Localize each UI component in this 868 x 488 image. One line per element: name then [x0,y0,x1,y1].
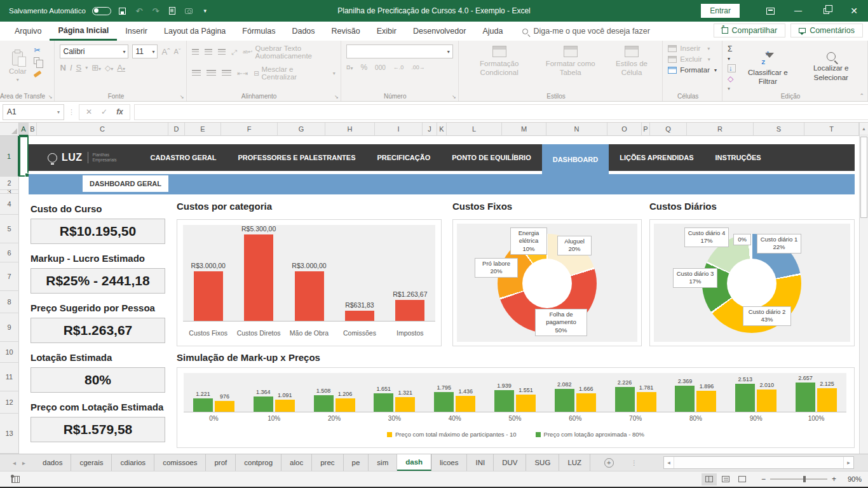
align-center-icon[interactable] [207,70,216,76]
sheet-tab-duv[interactable]: DUV [494,454,526,471]
column-header-H[interactable]: H [325,123,375,136]
column-header-G[interactable]: G [278,123,325,136]
sheet-nav-right-icon[interactable]: ▸ [22,459,25,466]
format-as-table-button[interactable]: Formatar como Tabela [538,44,604,90]
cut-icon[interactable]: ✂ [34,46,48,55]
row-header-8[interactable]: 8 [0,291,19,313]
column-header-I[interactable]: I [375,123,423,136]
kpi-value-pre-o-sugerido-por-pessoa[interactable]: R$1.263,67 [31,318,165,343]
collapse-ribbon-icon[interactable]: ⌃ [859,93,864,99]
sheet-tab-pe[interactable]: pe [344,454,369,471]
row-header-11[interactable]: 11 [0,363,19,391]
save-icon[interactable] [118,6,128,16]
scroll-right-icon[interactable]: ▸ [843,457,853,468]
sheet-tab-comissoes[interactable]: comissoes [154,454,206,471]
grow-font-icon[interactable]: Aˆ [161,47,170,57]
find-select-button[interactable]: Localizar e Selecionar [799,44,862,90]
row-header-12[interactable]: 12 [0,391,19,414]
menu-tab-p-gina-inicial[interactable]: Página Inicial [50,22,117,41]
nav-item-ponto-de-equil-brio[interactable]: PONTO DE EQUILÍBRIO [441,144,541,171]
font-name-combo[interactable]: Calibri▾ [60,44,128,58]
sheet-tab-cgerais[interactable]: cgerais [71,454,112,471]
sheet-tab-prof[interactable]: prof [206,454,236,471]
orientation-icon[interactable]: ⤢ [231,48,237,57]
fill-color-icon[interactable]: ◇▾ [105,64,113,72]
menu-tab-revis-o[interactable]: Revisão [323,22,369,41]
row-header-13[interactable]: 13 [0,414,19,454]
macro-record-icon[interactable] [11,476,20,483]
kpi-value-pre-o-com-lota-o-estimada[interactable]: R$1.579,58 [31,417,165,442]
nav-item-cadastro-geral[interactable]: CADASTRO GERAL [140,144,227,171]
zoom-level[interactable]: 90% [843,475,862,483]
align-bottom-icon[interactable] [218,49,226,55]
sheet-tab-licoes[interactable]: licoes [431,454,467,471]
conditional-formatting-button[interactable]: Formatação Condicional [464,44,535,90]
menu-tab-ajuda[interactable]: Ajuda [474,22,511,41]
kpi-value-lota-o-estimada[interactable]: 80% [31,367,165,393]
vertical-scrollbar[interactable]: ▲ [859,123,868,454]
normal-view-icon[interactable] [702,473,717,485]
menu-tab-inserir[interactable]: Inserir [117,22,156,41]
clear-icon[interactable]: ◇ ▾ [728,74,736,92]
column-header-J[interactable]: J [423,123,437,136]
italic-button[interactable]: I [70,63,72,72]
nav-item-professores-e-palestrantes[interactable]: PROFESSORES E PALESTRANTES [227,144,367,171]
alignment-dialog-launcher[interactable]: ↘ [334,94,339,100]
sheet-tab-prec[interactable]: prec [312,454,343,471]
autosum-icon[interactable]: Σ ▾ [728,44,736,62]
nav-item-precifica-o[interactable]: PRECIFICAÇÃO [367,144,442,171]
row-header-10[interactable]: 10 [0,342,19,363]
wrap-text-button[interactable]: ab↩ Quebrar Texto Automaticamente [243,44,336,60]
camera-icon[interactable] [184,6,194,16]
zoom-slider-thumb[interactable] [803,476,806,482]
sheet-tab-contprog[interactable]: contprog [236,454,281,471]
kpi-value-custo-do-curso[interactable]: R$10.195,50 [31,219,165,244]
share-button[interactable]: Compartilhar [714,24,786,37]
column-header-F[interactable]: F [221,123,278,136]
align-right-icon[interactable] [222,70,231,76]
menu-tab-arquivo[interactable]: Arquivo [6,22,50,41]
sheet-nav-left-icon[interactable]: ◂ [13,459,16,466]
undo-icon[interactable]: ↶ [134,6,144,16]
column-header-D[interactable]: D [168,123,185,136]
number-format-combo[interactable]: ▾ [346,44,453,58]
column-header-E[interactable]: E [185,123,221,136]
number-dialog-launcher[interactable]: ↘ [452,94,456,100]
sheet-tab-dados[interactable]: dados [34,454,71,471]
row-header-2[interactable]: 2 [0,177,19,190]
menu-tab-desenvolvedor[interactable]: Desenvolvedor [405,22,474,41]
column-header-T[interactable]: T [804,123,859,136]
row-header-9[interactable]: 9 [0,313,19,342]
redo-icon[interactable]: ↷ [151,6,161,16]
new-sheet-button[interactable]: + [600,454,617,471]
row-header-7[interactable]: 7 [0,262,19,291]
merge-center-button[interactable]: ⊟ Mesclar e Centralizar ▾ [254,65,336,81]
menu-tab-exibir[interactable]: Exibir [369,22,405,41]
column-header-R[interactable]: R [687,123,754,136]
nav-item-li-es-aprendidas[interactable]: LIÇÕES APRENDIDAS [609,144,704,171]
name-box-dropdown-icon[interactable]: ▾ [57,109,60,115]
format-painter-icon[interactable] [34,69,48,78]
selected-cell-a1[interactable] [19,136,29,177]
bold-button[interactable]: N [60,63,65,72]
sign-in-button[interactable]: Entrar [701,4,740,18]
column-header-A[interactable]: A [19,123,29,136]
sheet-tab-luz[interactable]: LUZ [559,454,590,471]
percent-style-icon[interactable]: % [360,63,367,72]
tell-me-search[interactable]: Diga-me o que você deseja fazer [522,22,649,41]
cell-styles-button[interactable]: Estilos de Célula [606,44,658,90]
scroll-left-icon[interactable]: ◂ [664,457,674,468]
font-size-combo[interactable]: 11▾ [132,44,158,58]
borders-icon[interactable]: ⊞▾ [92,63,101,72]
sheet-tab-aloc[interactable]: aloc [281,454,312,471]
accounting-format-icon[interactable]: ¤▾ [346,63,353,72]
select-all-corner[interactable] [0,123,19,136]
page-break-view-icon[interactable] [735,473,750,485]
nav-item-dashboard[interactable]: DASHBOARD [542,144,609,174]
align-left-icon[interactable] [192,70,201,76]
name-box[interactable]: A1 ▾ [3,104,64,120]
insert-cells-button[interactable]: Inserir▾ [668,44,717,52]
zoom-slider[interactable] [770,478,827,480]
restore-button[interactable] [812,0,840,22]
column-header-M[interactable]: M [502,123,546,136]
